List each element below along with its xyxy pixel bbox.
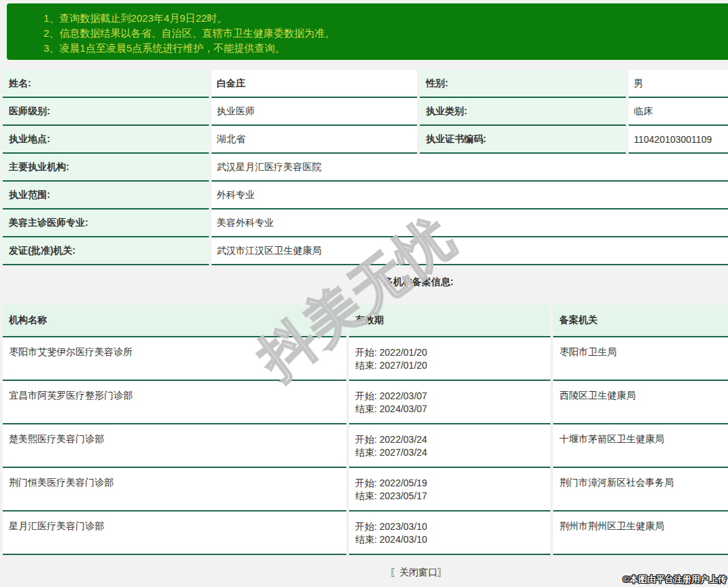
validity-end: 结束: 2027/01/20 bbox=[355, 359, 550, 372]
table-row: 姓名: 白金庄 性别: 男 bbox=[3, 70, 728, 98]
filing-authority: 西陵区卫生健康局 bbox=[553, 381, 728, 424]
validity-start: 开始: 2022/03/07 bbox=[355, 390, 550, 403]
practice-category-value: 临床 bbox=[629, 98, 728, 126]
certificate-number-value: 110420103001109 bbox=[629, 126, 728, 154]
validity-start: 开始: 2022/03/24 bbox=[355, 433, 550, 446]
table-row: 楚美熙医疗美容门诊部 开始: 2022/03/24 结束: 2027/03/24… bbox=[3, 424, 728, 468]
name-label: 姓名: bbox=[3, 70, 209, 98]
cosmetic-specialty-label: 美容主诊医师专业: bbox=[3, 209, 209, 237]
validity-end: 结束: 2024/03/10 bbox=[355, 533, 550, 546]
practice-category-label: 执业类别: bbox=[420, 98, 626, 126]
doctor-level-value: 执业医师 bbox=[212, 98, 418, 126]
validity-period: 开始: 2022/05/19 结束: 2023/05/17 bbox=[349, 468, 550, 511]
notice-line-3: 3、凌晨1点至凌晨5点系统进行维护，不能提供查询。 bbox=[44, 41, 728, 56]
institution-name: 荆门恒美医疗美容门诊部 bbox=[3, 468, 346, 511]
notice-line-2: 2、信息数据结果以各省、自治区、直辖市卫生健康委数据为准。 bbox=[44, 26, 728, 41]
validity-period: 开始: 2022/03/07 结束: 2024/03/07 bbox=[349, 381, 550, 424]
notice-line-1: 1、查询数据截止到2023年4月9日22时。 bbox=[44, 11, 728, 26]
table-row: 发证(批准)机关: 武汉市江汉区卫生健康局 bbox=[3, 237, 728, 265]
validity-end: 结束: 2024/03/07 bbox=[355, 403, 550, 416]
column-header-validity-period: 有效期 bbox=[349, 305, 550, 337]
page-container: 1、查询数据截止到2023年4月9日22时。 2、信息数据结果以各省、自治区、直… bbox=[0, 3, 728, 579]
validity-period: 开始: 2023/03/10 结束: 2024/03/10 bbox=[349, 511, 550, 555]
practice-location-label: 执业地点: bbox=[3, 126, 209, 154]
table-row: 主要执业机构: 武汉星月汇医疗美容医院 bbox=[3, 154, 728, 182]
practice-scope-value: 外科专业 bbox=[212, 182, 728, 209]
filing-authority: 荆州市荆州区卫生健康局 bbox=[553, 511, 728, 555]
multi-institution-table: 机构名称 有效期 备案机关 枣阳市艾斐伊尔医疗美容诊所 开始: 2022/01/… bbox=[0, 305, 728, 555]
gender-label: 性别: bbox=[420, 70, 626, 98]
filing-authority: 十堰市茅箭区卫生健康局 bbox=[553, 424, 728, 468]
institution-name: 宜昌市阿芙罗医疗整形门诊部 bbox=[3, 381, 346, 424]
institution-name: 楚美熙医疗美容门诊部 bbox=[3, 424, 346, 468]
close-window-link[interactable]: 〖关闭窗口〗 bbox=[390, 567, 447, 577]
table-row: 宜昌市阿芙罗医疗整形门诊部 开始: 2022/03/07 结束: 2024/03… bbox=[3, 381, 728, 424]
validity-end: 结束: 2023/05/17 bbox=[355, 490, 550, 503]
main-institution-value: 武汉星月汇医疗美容医院 bbox=[212, 154, 728, 182]
cosmetic-specialty-value: 美容外科专业 bbox=[212, 209, 728, 237]
institution-name: 枣阳市艾斐伊尔医疗美容诊所 bbox=[3, 337, 346, 381]
copyright-watermark: ©本图由平台注册用户上传 bbox=[623, 573, 727, 586]
table-row: 美容主诊医师专业: 美容外科专业 bbox=[3, 209, 728, 237]
main-institution-label: 主要执业机构: bbox=[3, 154, 209, 182]
doctor-info-table: 姓名: 白金庄 性别: 男 医师级别: 执业医师 执业类别: 临床 执业地点: … bbox=[0, 70, 728, 265]
validity-start: 开始: 2022/05/19 bbox=[355, 477, 550, 490]
table-row: 星月汇医疗美容门诊部 开始: 2023/03/10 结束: 2024/03/10… bbox=[3, 511, 728, 555]
practice-scope-label: 执业范围: bbox=[3, 182, 209, 209]
table-row: 枣阳市艾斐伊尔医疗美容诊所 开始: 2022/01/20 结束: 2027/01… bbox=[3, 337, 728, 381]
multi-institution-section-title: 多机构备案信息: bbox=[0, 265, 728, 305]
table-header-row: 机构名称 有效期 备案机关 bbox=[3, 305, 728, 337]
institution-name: 星月汇医疗美容门诊部 bbox=[3, 511, 346, 555]
table-row: 医师级别: 执业医师 执业类别: 临床 bbox=[3, 98, 728, 126]
doctor-level-label: 医师级别: bbox=[3, 98, 209, 126]
validity-period: 开始: 2022/03/24 结束: 2027/03/24 bbox=[349, 424, 550, 468]
filing-authority: 荆门市漳河新区社会事务局 bbox=[553, 468, 728, 511]
certificate-number-label: 执业证书编码: bbox=[420, 126, 626, 154]
validity-end: 结束: 2027/03/24 bbox=[355, 446, 550, 459]
issuing-authority-label: 发证(批准)机关: bbox=[3, 237, 209, 265]
table-row: 荆门恒美医疗美容门诊部 开始: 2022/05/19 结束: 2023/05/1… bbox=[3, 468, 728, 511]
validity-period: 开始: 2022/01/20 结束: 2027/01/20 bbox=[349, 337, 550, 381]
notice-box: 1、查询数据截止到2023年4月9日22时。 2、信息数据结果以各省、自治区、直… bbox=[7, 3, 728, 60]
footer: 〖关闭窗口〗 bbox=[0, 555, 728, 579]
table-row: 执业地点: 湖北省 执业证书编码: 110420103001109 bbox=[3, 126, 728, 154]
issuing-authority-value: 武汉市江汉区卫生健康局 bbox=[212, 237, 728, 265]
gender-value: 男 bbox=[629, 70, 728, 98]
column-header-institution-name: 机构名称 bbox=[3, 305, 346, 337]
table-row: 执业范围: 外科专业 bbox=[3, 182, 728, 209]
name-value: 白金庄 bbox=[212, 70, 418, 98]
column-header-filing-authority: 备案机关 bbox=[553, 305, 728, 337]
filing-authority: 枣阳市卫生局 bbox=[553, 337, 728, 381]
validity-start: 开始: 2023/03/10 bbox=[355, 520, 550, 533]
validity-start: 开始: 2022/01/20 bbox=[355, 346, 550, 359]
practice-location-value: 湖北省 bbox=[212, 126, 418, 154]
